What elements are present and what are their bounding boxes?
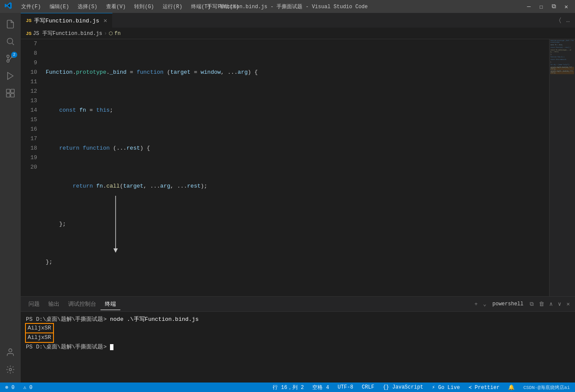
terminal-prompt-line: PS D:\桌面\题解\手撕面试题> [26, 343, 570, 351]
close-button[interactable]: ✕ [562, 2, 571, 11]
minimap: Function.prototype._bind = function(targ… [549, 39, 575, 296]
status-notifications[interactable]: 🔔 [506, 384, 516, 391]
activity-bar: 2 [0, 13, 21, 383]
menu-run[interactable]: 运行(R) [160, 2, 185, 11]
code-line-8: const fn = this; [46, 106, 549, 115]
window-controls: — ☐ ⧉ ✕ [525, 2, 571, 11]
panel-collapse-button[interactable]: ∧ [548, 300, 555, 308]
settings-icon[interactable] [3, 362, 18, 377]
search-icon[interactable] [3, 34, 18, 49]
svg-point-0 [7, 38, 13, 44]
line-numbers: 7891011 1213141516 17181920 [21, 39, 42, 296]
breadcrumb-file[interactable]: JS JS 手写Function.bind.js [26, 30, 102, 37]
terminal-panel: 问题 输出 调试控制台 终端 + ⌄ powershell ⧉ 🗑 ∧ ∨ ✕ … [21, 296, 575, 383]
code-line-13 [46, 295, 549, 296]
menu-goto[interactable]: 转到(G) [132, 2, 157, 11]
status-errors[interactable]: ⊗ 0 [3, 384, 16, 391]
terminal-trash-button[interactable]: 🗑 [537, 300, 546, 308]
status-right: 行 16，列 2 空格 4 UTF-8 CRLF {} JavaScript ⚡… [271, 384, 572, 391]
source-control-icon[interactable]: 2 [3, 51, 18, 66]
titlebar: 文件(F) 编辑(E) 选择(S) 查看(V) 转到(G) 运行(R) 终端(T… [0, 0, 575, 13]
activity-bar-bottom [3, 345, 18, 383]
svg-rect-6 [6, 89, 10, 93]
svg-rect-9 [11, 94, 14, 97]
terminal-dropdown-button[interactable]: ⌄ [481, 300, 488, 308]
status-go-live[interactable]: ⚡ Go Live [430, 384, 462, 391]
menu-file[interactable]: 文件(F) [19, 2, 44, 11]
files-icon[interactable] [3, 16, 18, 32]
code-line-9: return function (...rest) { [46, 144, 549, 153]
tab-close-button[interactable]: ✕ [104, 17, 107, 24]
editor-container: JS 手写Function.bind.js ✕ 〈 … JS JS 手写Func… [21, 13, 575, 383]
tab-main-file[interactable]: JS 手写Function.bind.js ✕ [21, 13, 113, 28]
status-encoding[interactable]: UTF-8 [336, 384, 355, 390]
status-prettier[interactable]: ≺ Prettier [467, 384, 501, 391]
terminal-content[interactable]: PS D:\桌面\题解\手撕面试题> node .\手写Function.bin… [21, 312, 575, 383]
window-title: 手写Function.bind.js - 手撕面试题 - Visual Stud… [207, 3, 368, 10]
panel-tabs: 问题 输出 调试控制台 终端 + ⌄ powershell ⧉ 🗑 ∧ ∨ ✕ [21, 297, 575, 312]
status-bar: ⊗ 0 ⚠ 0 行 16，列 2 空格 4 UTF-8 CRLF {} Java… [0, 383, 575, 392]
status-language[interactable]: {} JavaScript [381, 384, 425, 390]
code-line-10: return fn.call(target, ...arg, ...rest); [46, 182, 549, 191]
panel-expand-button[interactable]: ∨ [556, 300, 563, 308]
status-left: ⊗ 0 ⚠ 0 [3, 384, 34, 391]
code-line-11: }; [46, 220, 549, 229]
svg-point-11 [9, 368, 12, 371]
svg-marker-5 [8, 72, 13, 80]
menu-select[interactable]: 选择(S) [75, 2, 100, 11]
svg-rect-7 [11, 89, 14, 93]
terminal-path: PS D:\桌面\题解\手撕面试题> [26, 316, 110, 323]
breadcrumb: JS JS 手写Function.bind.js › ⬡ fn [21, 28, 575, 39]
split-editor-button[interactable]: 〈 [557, 16, 563, 25]
panel-tab-output[interactable]: 输出 [44, 298, 64, 310]
powershell-label: powershell [490, 301, 526, 307]
terminal-output-highlight-1: AiljxSR [26, 324, 53, 332]
terminal-output-line-2: AiljxSR [26, 333, 570, 343]
terminal-split-button[interactable]: ⧉ [528, 300, 535, 308]
vscode-logo [4, 2, 12, 12]
panel-close-button[interactable]: ✕ [565, 300, 572, 308]
status-line-ending[interactable]: CRLF [360, 384, 376, 390]
terminal-command: node .\手写Function.bind.js [110, 316, 198, 323]
svg-rect-8 [6, 94, 10, 97]
new-terminal-button[interactable]: + [473, 300, 480, 308]
terminal-output-line-1: AiljxSR [26, 324, 570, 333]
tab-actions: 〈 … [557, 16, 575, 25]
tab-label: 手写Function.bind.js [34, 17, 99, 25]
status-spaces[interactable]: 空格 4 [311, 384, 330, 391]
terminal-cursor [110, 344, 113, 350]
code-editor[interactable]: 7891011 1213141516 17181920 Function.pro… [21, 39, 549, 296]
tab-file-icon: JS [26, 18, 31, 23]
status-warnings[interactable]: ⚠ 0 [22, 384, 35, 391]
maximize-button[interactable]: ☐ [537, 2, 545, 11]
svg-point-10 [9, 349, 12, 352]
code-line-7: Function.prototype._bind = function (tar… [46, 68, 549, 77]
code-content: 7891011 1213141516 17181920 Function.pro… [21, 39, 549, 296]
panel-tab-debug[interactable]: 调试控制台 [64, 298, 101, 310]
account-icon[interactable] [3, 345, 18, 360]
breadcrumb-symbol[interactable]: ⬡ fn [109, 31, 120, 37]
extensions-icon[interactable] [3, 85, 18, 101]
panel-actions: + ⌄ powershell ⧉ 🗑 ∧ ∨ ✕ [473, 300, 572, 308]
minimap-content: Function.prototype._bind = function(targ… [550, 39, 575, 296]
titlebar-left: 文件(F) 编辑(E) 选择(S) 查看(V) 转到(G) 运行(R) 终端(T… [4, 2, 242, 12]
code-lines: Function.prototype._bind = function (tar… [42, 39, 549, 296]
restore-button[interactable]: ⧉ [549, 2, 559, 11]
minimize-button[interactable]: — [525, 2, 533, 11]
svg-point-2 [7, 55, 9, 58]
menu-view[interactable]: 查看(V) [104, 2, 129, 11]
panel-tab-terminal[interactable]: 终端 [101, 298, 120, 310]
breadcrumb-separator: › [104, 31, 107, 37]
more-actions-button[interactable]: … [565, 16, 572, 25]
status-csdn: CSDN·@海底烧烤店ai [522, 384, 572, 391]
status-line-col[interactable]: 行 16，列 2 [271, 384, 305, 391]
tab-bar: JS 手写Function.bind.js ✕ 〈 … [21, 13, 575, 28]
panel-tab-problems[interactable]: 问题 [24, 298, 44, 310]
terminal-command-line: PS D:\桌面\题解\手撕面试题> node .\手写Function.bin… [26, 315, 570, 324]
terminal-prompt: PS D:\桌面\题解\手撕面试题> [26, 344, 110, 350]
menu-edit[interactable]: 编辑(E) [47, 2, 72, 11]
svg-line-1 [12, 43, 14, 45]
run-debug-icon[interactable] [3, 68, 18, 84]
main-container: 2 [0, 13, 575, 383]
code-line-12: }; [46, 257, 549, 267]
